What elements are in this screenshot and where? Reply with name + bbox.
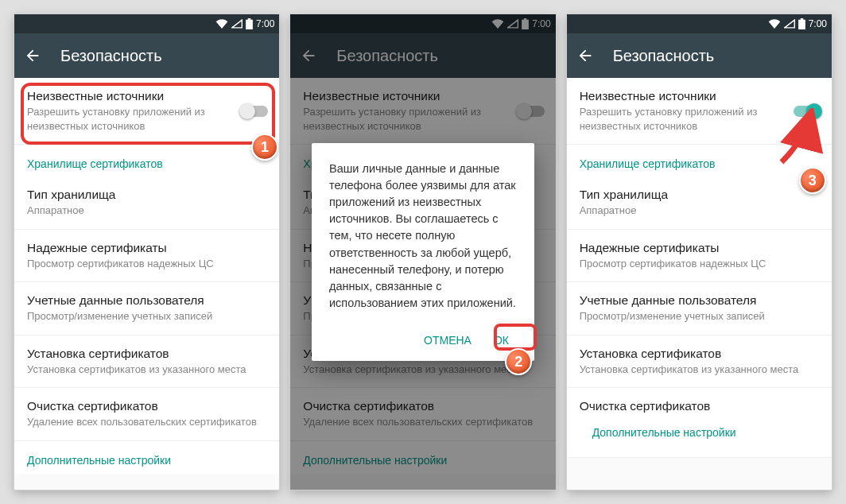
status-bar: 7:00 (567, 14, 832, 33)
unknown-sources-toggle[interactable] (241, 106, 268, 117)
section-advanced: Дополнительные настройки (14, 441, 279, 474)
signal-icon (231, 19, 243, 29)
row-clear-certs[interactable]: Очистка сертификатов Удаление всех польз… (14, 388, 279, 441)
section-cert-storage: Хранилище сертификатов (567, 145, 832, 176)
unknown-sources-toggle[interactable] (794, 106, 821, 117)
status-time: 7:00 (809, 18, 827, 29)
page-title: Безопасность (613, 47, 715, 65)
confirm-dialog: Ваши личные данные и данные телефона бол… (312, 143, 534, 360)
settings-list: Неизвестные источники Разрешить установк… (14, 78, 279, 474)
wifi-icon (768, 19, 781, 29)
status-bar: 7:00 (14, 14, 279, 33)
annotation-badge-3: 3 (799, 167, 826, 194)
phone-screen-2: 7:00 Безопасность Неизвестные источники … (290, 14, 555, 490)
row-title: Неизвестные источники (27, 89, 266, 103)
wifi-icon (215, 19, 228, 29)
row-unknown-sources[interactable]: Неизвестные источники Разрешить установк… (567, 78, 832, 145)
phone-screen-1: 7:00 Безопасность Неизвестные источники … (14, 14, 279, 490)
signal-icon (784, 19, 795, 29)
section-cert-storage: Хранилище сертификатов (14, 145, 279, 176)
back-icon[interactable] (24, 47, 41, 64)
row-storage-type[interactable]: Тип хранилища Аппаратное (14, 176, 279, 230)
row-trusted-certs[interactable]: Надежные сертификаты Просмотр сертификат… (567, 230, 832, 283)
phone-screen-3: 7:00 Безопасность Неизвестные источники … (567, 14, 832, 490)
app-bar: Безопасность (14, 33, 279, 78)
row-storage-type[interactable]: Тип хранилища Аппаратное (567, 176, 832, 230)
cancel-button[interactable]: ОТМЕНА (416, 328, 479, 353)
row-unknown-sources[interactable]: Неизвестные источники Разрешить установк… (14, 78, 279, 145)
page-title: Безопасность (60, 47, 162, 65)
battery-icon (798, 18, 805, 29)
annotation-badge-1: 1 (251, 134, 278, 161)
dialog-text: Ваши личные данные и данные телефона бол… (329, 161, 517, 311)
modal-overlay: Ваши личные данные и данные телефона бол… (290, 14, 555, 490)
status-time: 7:00 (256, 18, 274, 29)
battery-icon (246, 18, 253, 29)
row-subtitle: Разрешить установку приложений из неизве… (27, 105, 266, 133)
section-advanced: Дополнительные настройки (580, 413, 819, 446)
row-clear-certs[interactable]: Очистка сертификатов Дополнительные наст… (567, 388, 832, 458)
row-user-creds[interactable]: Учетные данные пользователя Просмотр/изм… (567, 282, 832, 335)
settings-list: Неизвестные источники Разрешить установк… (567, 78, 832, 458)
row-install-certs[interactable]: Установка сертификатов Установка сертифи… (567, 335, 832, 389)
row-trusted-certs[interactable]: Надежные сертификаты Просмотр сертификат… (14, 230, 279, 283)
row-install-certs[interactable]: Установка сертификатов Установка сертифи… (14, 335, 279, 389)
row-user-creds[interactable]: Учетные данные пользователя Просмотр/изм… (14, 282, 279, 335)
app-bar: Безопасность (567, 33, 832, 78)
back-icon[interactable] (576, 47, 594, 64)
